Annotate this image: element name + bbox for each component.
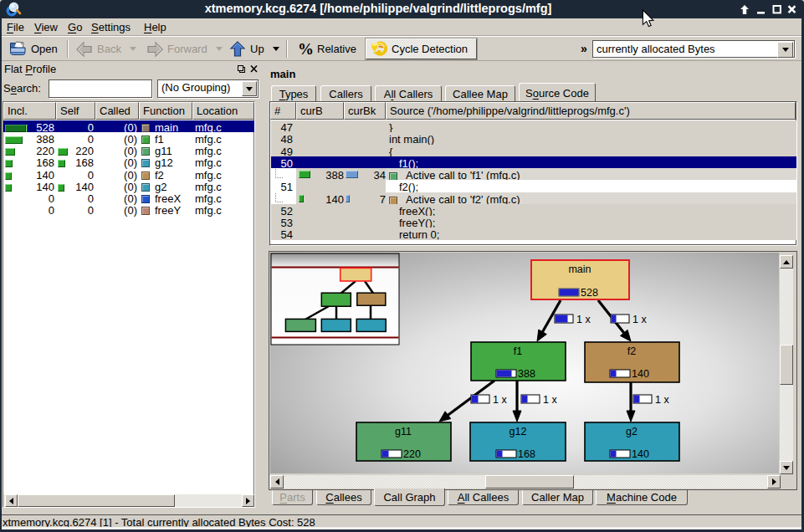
svg-text:1 x: 1 x [632, 314, 647, 325]
svg-text:g11: g11 [395, 426, 412, 437]
svg-text:168: 168 [518, 448, 535, 460]
svg-text:g12: g12 [510, 426, 527, 437]
svg-text:1 x: 1 x [655, 394, 669, 406]
svg-text:1 x: 1 x [543, 394, 557, 406]
svg-text:140: 140 [632, 448, 649, 460]
svg-text:1 x: 1 x [493, 394, 507, 406]
svg-text:f1: f1 [514, 345, 522, 357]
svg-text:220: 220 [403, 448, 421, 460]
svg-text:140: 140 [632, 368, 649, 380]
svg-text:f2: f2 [627, 345, 636, 357]
svg-text:g2: g2 [626, 426, 638, 437]
svg-text:388: 388 [518, 368, 535, 380]
svg-text:main: main [568, 263, 591, 275]
svg-text:1 x: 1 x [576, 314, 591, 325]
svg-text:528: 528 [581, 287, 598, 299]
